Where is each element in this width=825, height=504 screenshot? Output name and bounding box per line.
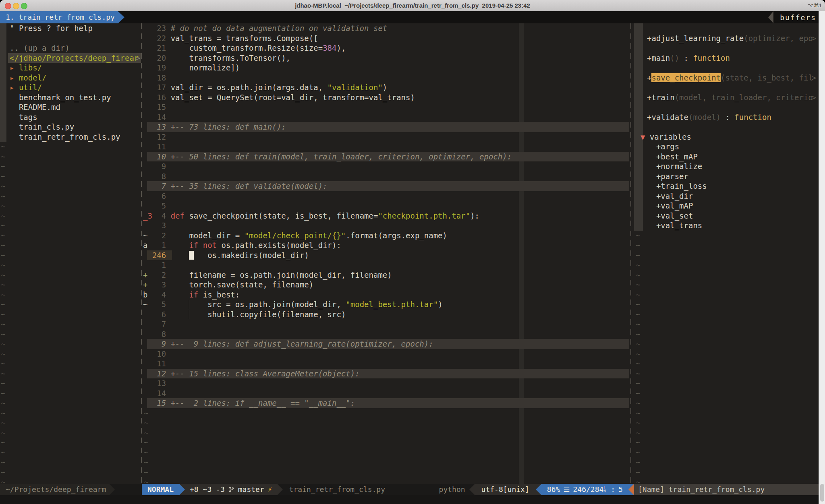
empty-line: ~ [633, 329, 819, 339]
tag-item[interactable]: +best_mAP [633, 152, 819, 162]
text-segment: +val_trans [647, 221, 702, 230]
code-line[interactable]: 10 [143, 349, 629, 359]
empty-line: ~ [633, 240, 819, 250]
code-line[interactable]: 20 transforms.ToTensor(), [143, 53, 629, 63]
tag-item[interactable]: +val_dir [633, 191, 819, 201]
text-segment: +train_loss [647, 182, 707, 190]
text-segment: : [679, 54, 693, 62]
empty-line: ~ [0, 398, 141, 408]
code-line[interactable]: 1 [143, 260, 629, 270]
tag-item[interactable]: +parser [633, 171, 819, 182]
code-line[interactable]: 22val_trans = transforms.Compose([ [143, 33, 629, 43]
code-line[interactable]: 8 [143, 329, 629, 339]
tree-item[interactable]: ▸ model/ [0, 73, 141, 83]
fold-line[interactable]: 10+-- 50 lines: def train(model, train_l… [143, 152, 629, 162]
tag-item[interactable]: +train_loss [633, 181, 819, 191]
code-line[interactable]: _34def save_checkpoint(state, is_best, f… [143, 211, 629, 221]
tag-item[interactable]: ▼ variables [633, 132, 819, 142]
fold-line[interactable]: 13+-- 73 lines: def main(): [143, 122, 629, 132]
empty-line: ~ [0, 477, 141, 484]
text-segment: +-- 50 lines: def train(model, train_loa… [171, 152, 512, 161]
tag-item[interactable]: +save_checkpoint(state, is_best, fil> [633, 73, 819, 83]
cursor-position: 246/284 [573, 484, 603, 495]
tab-active[interactable]: 1. train_retr_from_cls.py [0, 11, 124, 23]
tag-item[interactable] [633, 102, 819, 112]
tag-item[interactable]: +val_trans [633, 221, 819, 231]
tag-item[interactable]: +validate(model) : function [633, 112, 819, 122]
tag-item[interactable] [633, 83, 819, 93]
code-line[interactable]: 14 [143, 388, 629, 399]
code-line[interactable]: +3 torch.save(state, filename) [143, 280, 629, 290]
text-segment: +val_mAP [647, 201, 693, 210]
tree-item[interactable]: train_retr_from_cls.py [0, 132, 141, 142]
tree-item[interactable]: benchmark_on_test.py [0, 93, 141, 103]
tree-item[interactable]: .. (up a dir) [0, 43, 141, 53]
tag-item[interactable]: +val_set [633, 211, 819, 221]
scrollbar-track[interactable] [819, 11, 825, 504]
tag-item[interactable] [633, 43, 819, 53]
tag-item[interactable]: +train(model, train_loader, criterio> [633, 93, 819, 103]
code-line[interactable]: 8 [143, 171, 629, 182]
code-line[interactable]: 3 [143, 221, 629, 231]
window-separator-left[interactable] [141, 23, 142, 484]
fold-line[interactable]: 12+-- 15 lines: class AverageMeter(objec… [143, 369, 629, 379]
buffers-indicator[interactable]: buffers [768, 11, 819, 23]
tag-item[interactable]: +adjust_learning_rate(optimizer, epo> [633, 33, 819, 43]
tag-item[interactable]: +main() : function [633, 53, 819, 63]
tree-item[interactable]: train_cls.py [0, 122, 141, 132]
tree-item[interactable]: </jdhao/Projects/deep_firear> [0, 53, 141, 63]
code-line[interactable]: +2 filename = os.path.join(model_dir, fi… [143, 270, 629, 280]
git-hunk-counts: +8 ~3 -3 [190, 484, 225, 495]
tree-item[interactable] [0, 33, 141, 43]
window-separator-right[interactable] [630, 23, 631, 484]
code-line[interactable]: 11 [143, 142, 629, 152]
code-line[interactable]: 17val_dir = os.path.join(args.data, "val… [143, 83, 629, 93]
empty-line: ~ [0, 191, 141, 201]
code-line[interactable]: a1 if not os.path.exists(model_dir): [143, 240, 629, 250]
code-line[interactable]: 13 [143, 378, 629, 388]
gutter-column [143, 161, 152, 171]
text-segment: 384 [323, 43, 336, 52]
code-line[interactable]: 21 custom_transform.Resize(size=384), [143, 43, 629, 53]
gutter-column [143, 359, 152, 369]
tag-item[interactable] [633, 63, 819, 73]
fold-line[interactable]: 15+-- 2 lines: if __name__ == "__main__"… [143, 398, 629, 408]
scrollbar-thumb[interactable] [820, 484, 824, 502]
code-line[interactable]: 14 [143, 112, 629, 122]
tag-item[interactable] [633, 122, 819, 132]
code-line[interactable]: 9 [143, 161, 629, 171]
fold-line[interactable]: 9+-- 9 lines: def adjust_learning_rate(o… [143, 339, 629, 349]
text-segment: libs/ [19, 63, 42, 72]
text-segment: model_dir = [171, 231, 245, 240]
tag-item[interactable] [633, 23, 819, 33]
code-line[interactable]: 5 [143, 201, 629, 211]
text-segment: : [721, 113, 734, 122]
tag-item[interactable]: +val_mAP [633, 201, 819, 211]
code-line[interactable]: 19 normalize]) [143, 63, 629, 73]
line-number: 12 [152, 369, 166, 379]
fold-line[interactable]: 7+-- 35 lines: def validate(model): [143, 181, 629, 191]
code-line[interactable]: 23# do not do data augmentation on valid… [143, 23, 629, 33]
code-line[interactable]: b4 if is_best: [143, 290, 629, 300]
code-line[interactable]: 7 [143, 319, 629, 329]
empty-line: ~ [633, 448, 819, 458]
tree-item[interactable]: tags [0, 112, 141, 122]
code-line[interactable]: 6 [143, 191, 629, 201]
tree-item[interactable]: ▸ util/ [0, 83, 141, 93]
code-line[interactable]: ~2 model_dir = "model/check_point/{}".fo… [143, 231, 629, 241]
tree-item[interactable]: README.md [0, 102, 141, 112]
code-line[interactable]: 12 [143, 132, 629, 142]
code-line[interactable]: 15 [143, 102, 629, 112]
tag-item[interactable]: +normalize [633, 161, 819, 171]
tree-item[interactable]: ▸ libs/ [0, 63, 141, 73]
line-number: 19 [152, 63, 166, 73]
tag-item[interactable]: +args [633, 142, 819, 152]
code-line[interactable]: ~5 src = os.path.join(model_dir, "model_… [143, 300, 629, 310]
tree-item[interactable]: " Press ? for help [0, 23, 141, 33]
code-line[interactable]: 16val_set = QuerySet(root=val_dir, trans… [143, 93, 629, 103]
code-line[interactable]: 6 shutil.copyfile(filename, src) [143, 310, 629, 320]
code-line[interactable]: 246 os.makedirs(model_dir) [143, 250, 629, 260]
code-line[interactable]: 11 [143, 359, 629, 369]
command-line[interactable] [0, 495, 825, 504]
code-line[interactable]: 18 [143, 73, 629, 83]
